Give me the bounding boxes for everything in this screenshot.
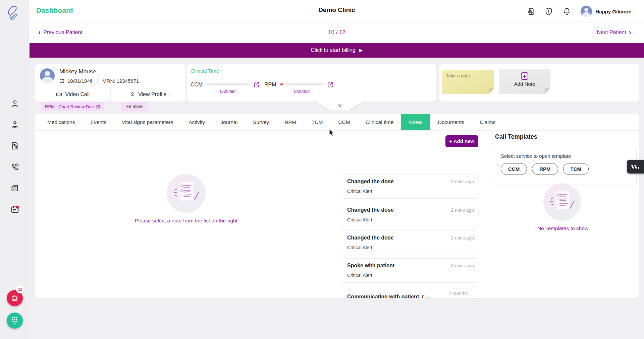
clinical-time-title: Clinical Time (191, 68, 219, 74)
siren-icon (10, 294, 19, 302)
shield-alert-icon[interactable] (544, 7, 553, 16)
start-billing-label: Click to start billing (311, 47, 356, 53)
note-subtitle: Critical Alert (347, 189, 372, 194)
note-list-item[interactable]: Changed the dose 2 mins ago Critical Ale… (341, 230, 479, 255)
tab-vital-signs-parameters[interactable]: Vital signs parameters (114, 114, 181, 130)
note-time: 2 mins ago (451, 235, 474, 241)
dialer-button[interactable] (7, 313, 23, 329)
next-patient-button[interactable]: Next Patient › (597, 29, 631, 36)
tab-claims[interactable]: Claims (472, 114, 503, 130)
sidebar-nav (0, 99, 30, 214)
expand-summary-handle[interactable] (314, 101, 365, 110)
feedback-widget-tab[interactable] (627, 160, 644, 174)
ccm-progress-label: 0/20min (213, 89, 243, 94)
chevron-right-icon: › (629, 29, 631, 36)
note-title: Changed the dose (347, 207, 394, 213)
note-subtitle: Critical Alert (347, 245, 372, 250)
view-profile-button[interactable]: View Profile (110, 87, 186, 101)
video-camera-icon (56, 91, 62, 98)
birthdate-calendar-icon (59, 78, 65, 84)
call-templates-card: Select service to open template CCM RPM … (494, 147, 637, 185)
tab-tcm[interactable]: TCM (304, 114, 331, 130)
note-list-item[interactable]: Changed the dose 2 mins ago Critical Ale… (341, 203, 479, 227)
templates-empty-message: No Templates to show (509, 225, 616, 231)
tab-journal[interactable]: Journal (213, 114, 245, 130)
patient-meta: 10/01/1946 MRN: 12345671 (59, 78, 139, 84)
calls-icon[interactable] (10, 162, 19, 172)
tab-clinical-time[interactable]: Clinical time (358, 114, 401, 130)
rpm-label: RPM (264, 82, 276, 88)
dialpad-icon (11, 316, 18, 325)
start-billing-banner[interactable]: Click to start billing ▶ (30, 43, 644, 58)
call-templates-pane: Call Templates Select service to open te… (491, 131, 639, 297)
note-list-item[interactable]: Spoke with patient 3 mins ago Critical A… (341, 258, 479, 283)
fax-documents-icon[interactable] (10, 184, 19, 193)
empty-note-illustration (166, 173, 206, 213)
tab-activity[interactable]: Activity (181, 114, 213, 130)
add-new-note-button[interactable]: + Add new (445, 135, 478, 147)
rpm-chart-review-label: RPM - Chart Review Due (45, 104, 94, 109)
prescription-icon[interactable] (526, 7, 535, 16)
detail-tabbar: Medications Events Vital signs parameter… (35, 114, 639, 131)
quick-notes-card: Take a note.. + Add Note (439, 64, 639, 101)
rpm-chart-review-pill[interactable]: RPM - Chart Review Due (41, 102, 104, 111)
rpm-open-icon[interactable] (327, 81, 334, 88)
take-note-placeholder: Take a note.. (446, 73, 473, 78)
note-subtitle: Critical Alert (347, 217, 372, 222)
sidebar: 11 (0, 0, 30, 339)
more-alerts-label: +3 more (126, 104, 143, 109)
profile-person-icon (129, 91, 136, 97)
rpm-progress-label: 0/20min (287, 89, 317, 94)
next-patient-label: Next Patient (597, 29, 626, 36)
patients-icon[interactable] (10, 99, 19, 108)
call-templates-title: Call Templates (495, 133, 537, 140)
patient-avatar (39, 67, 56, 84)
note-list-item[interactable]: Communicating with patient, r… 2 months … (341, 286, 479, 298)
ccm-progress-bar (206, 83, 250, 85)
note-time: 3 mins ago (451, 263, 474, 268)
plus-icon: + (521, 72, 528, 80)
ccm-open-icon[interactable] (253, 81, 260, 88)
ccm-label: CCM (191, 82, 203, 88)
note-list-item[interactable]: Changed the dose 2 mins ago Critical Ale… (341, 174, 479, 199)
video-call-button[interactable]: Video Call (35, 87, 110, 101)
template-service-rpm-button[interactable]: RPM (532, 163, 558, 175)
add-note-label: Add Note (499, 81, 550, 87)
tab-ccm[interactable]: CCM (330, 114, 358, 130)
template-service-tcm-button[interactable]: TCM (563, 163, 589, 175)
user-name[interactable]: Happy Gilmore (595, 9, 631, 14)
patient-name: Mickey Mouse (59, 68, 96, 75)
user-avatar[interactable] (581, 6, 592, 17)
app-logo-icon[interactable] (5, 3, 24, 22)
tab-rpm[interactable]: RPM (277, 114, 304, 130)
note-title: Changed the dose (347, 235, 394, 241)
header-actions: Happy Gilmore (526, 0, 631, 23)
note-empty-message: Please select a note from the list on th… (86, 218, 287, 224)
note-title: Changed the dose (347, 179, 394, 185)
template-service-ccm-button[interactable]: CCM (501, 163, 527, 175)
tab-events[interactable]: Events (83, 114, 114, 130)
clinical-time-card: Clinical Time CCM 0/20min RPM 0/20min (187, 64, 436, 101)
chevron-down-icon (337, 104, 343, 108)
note-title: Communicating with patient, r… (347, 294, 429, 298)
play-icon: ▶ (359, 47, 363, 53)
alerts-count-badge: 11 (16, 285, 24, 293)
add-note-button[interactable]: + Add Note (499, 69, 550, 94)
notifications-bell-icon[interactable] (562, 7, 571, 16)
billing-icon[interactable] (10, 141, 19, 150)
notes-list: + Add new Changed the dose 2 mins ago Cr… (341, 131, 479, 297)
note-time: 2 months ago (448, 291, 474, 298)
providers-icon[interactable] (10, 120, 19, 129)
tab-survey[interactable]: Survey (245, 114, 277, 130)
note-time: 2 mins ago (451, 179, 474, 184)
tab-notes[interactable]: Notes (401, 114, 430, 130)
patient-detail-panel: Medications Events Vital signs parameter… (35, 114, 639, 298)
rpm-progress-bar (280, 83, 324, 85)
tab-medications[interactable]: Medications (40, 114, 83, 130)
schedule-icon[interactable] (10, 205, 20, 214)
view-profile-label: View Profile (138, 91, 166, 97)
tab-documents[interactable]: Documents (430, 114, 472, 130)
more-alerts-pill[interactable]: +3 more (121, 102, 148, 111)
monday-logo-icon (631, 164, 640, 170)
take-note-input[interactable]: Take a note.. (442, 70, 494, 94)
